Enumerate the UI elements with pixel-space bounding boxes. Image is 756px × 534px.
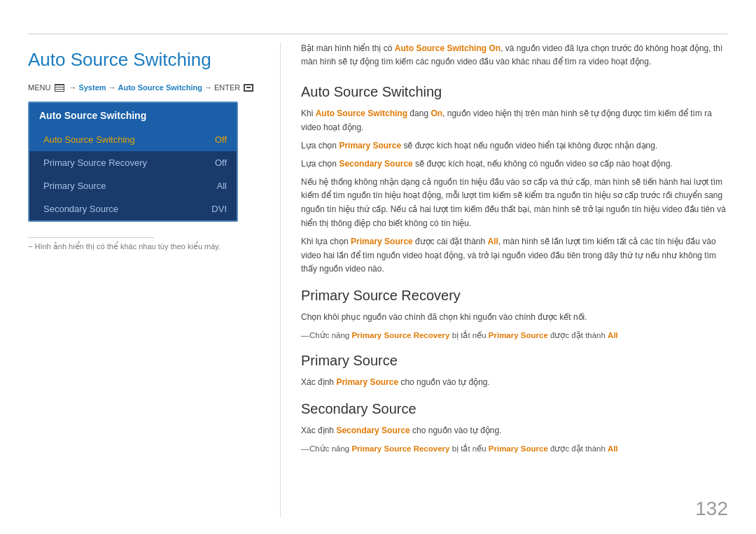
section-body-auto-4: Nếu hệ thống không nhận dạng cả nguồn tí… [301, 176, 728, 231]
menu-item-primary-source-value: All [217, 181, 227, 191]
menu-auto-source: Auto Source Switching [118, 83, 202, 92]
menu-box: Auto Source Switching Auto Source Switch… [28, 101, 238, 222]
section-title-secondary-source: Secondary Source [301, 401, 728, 417]
section-note-primary-recovery: Chức năng Primary Source Recovery bị tắt… [301, 329, 728, 342]
footnote: − Hình ảnh hiển thị có thể khác nhau tùy… [28, 242, 266, 251]
page-number: 132 [695, 498, 728, 520]
menu-icon [55, 84, 64, 92]
section-body-auto-1: Khi Auto Source Switching đang On, nguồn… [301, 107, 728, 135]
intro-highlight: Auto Source Switching On [395, 43, 500, 53]
section-body-auto-2: Lựa chọn Primary Source sẽ được kích hoạ… [301, 139, 728, 153]
section-title-primary-source: Primary Source [301, 353, 728, 369]
top-divider [28, 34, 728, 34]
menu-enter: ENTER [214, 83, 240, 92]
section-title-primary-recovery: Primary Source Recovery [301, 288, 728, 304]
menu-item-primary-recovery[interactable]: Primary Source Recovery Off [29, 151, 237, 174]
page-title: Auto Source Switching [28, 49, 266, 71]
menu-item-secondary-source-label: Secondary Source [43, 204, 118, 214]
section-title-auto: Auto Source Switching [301, 84, 728, 100]
menu-arrow2: → [108, 83, 116, 92]
menu-item-primary-recovery-label: Primary Source Recovery [43, 157, 147, 168]
section-body-auto-3: Lựa chọn Secondary Source sẽ được kích h… [301, 157, 728, 171]
right-panel: Bật màn hình hiển thị có Auto Source Swi… [301, 42, 728, 466]
menu-item-auto-source-label: Auto Source Switching [43, 134, 135, 145]
menu-item-primary-source-label: Primary Source [43, 181, 106, 191]
enter-icon [244, 84, 253, 92]
menu-item-auto-source[interactable]: Auto Source Switching Off [29, 128, 237, 151]
intro-text: Bật màn hình hiển thị có Auto Source Swi… [301, 42, 728, 69]
menu-arrow3: → [204, 83, 212, 92]
section-body-primary-recovery: Chọn khôi phục nguồn vào chính đã chọn k… [301, 311, 728, 325]
menu-prefix: MENU [28, 83, 50, 92]
menu-path: MENU → System → Auto Source Switching → … [28, 83, 266, 92]
menu-item-secondary-source-value: DVI [211, 204, 227, 214]
menu-item-auto-source-value: Off [215, 134, 227, 145]
section-body-auto-5: Khi lựa chọn Primary Source được cài đặt… [301, 235, 728, 276]
menu-system: System [78, 83, 106, 92]
menu-arrow1: → [69, 83, 76, 92]
menu-box-title: Auto Source Switching [29, 103, 237, 128]
menu-item-primary-source[interactable]: Primary Source All [29, 174, 237, 197]
left-panel: Auto Source Switching MENU → System → Au… [28, 42, 266, 251]
footnote-line [28, 237, 154, 238]
section-body-primary-source: Xác định Primary Source cho nguồn vào tự… [301, 376, 728, 390]
menu-item-primary-recovery-value: Off [215, 157, 227, 168]
vertical-divider [280, 42, 281, 518]
section-note-secondary-source: Chức năng Primary Source Recovery bị tắt… [301, 442, 728, 455]
menu-item-secondary-source[interactable]: Secondary Source DVI [29, 197, 237, 220]
section-body-secondary-source: Xác định Secondary Source cho nguồn vào … [301, 424, 728, 438]
